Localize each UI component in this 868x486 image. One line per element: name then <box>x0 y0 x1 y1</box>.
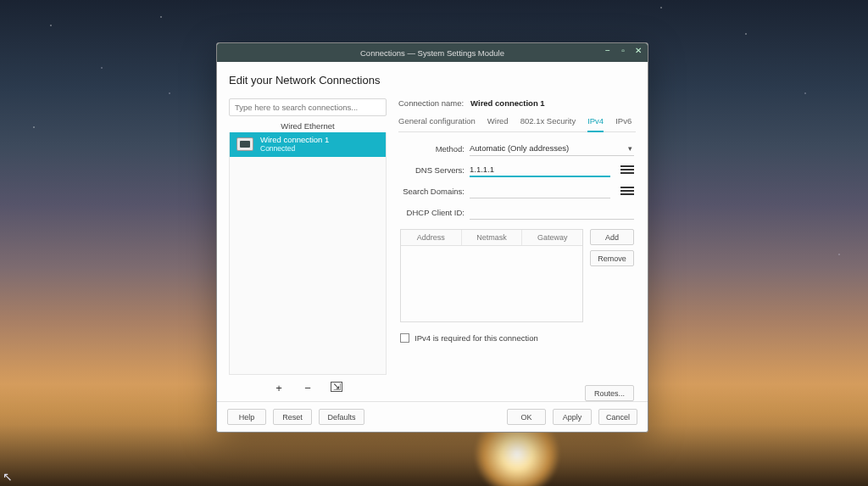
titlebar[interactable]: Connections — System Settings Module − ▫… <box>217 43 648 62</box>
routes-button[interactable]: Routes... <box>585 385 634 401</box>
connection-list[interactable]: Wired connection 1 Connected <box>229 132 387 375</box>
settings-window: Connections — System Settings Module − ▫… <box>216 42 648 433</box>
tab-wired[interactable]: Wired <box>487 113 509 131</box>
dhcp-client-field[interactable] <box>470 204 634 220</box>
dns-field[interactable] <box>470 162 610 177</box>
minimize-icon[interactable]: − <box>604 46 612 54</box>
ok-button[interactable]: OK <box>507 409 546 425</box>
method-dropdown[interactable]: Automatic (Only addresses) ▾ <box>470 141 634 156</box>
tab-ipv4[interactable]: IPv4 <box>587 113 604 132</box>
tab-general[interactable]: General configuration <box>398 113 476 131</box>
chevron-down-icon: ▾ <box>628 144 632 153</box>
ethernet-icon <box>236 137 253 151</box>
footer: Help Reset Defaults OK Apply Cancel <box>217 401 648 432</box>
add-connection-button[interactable]: + <box>273 382 285 394</box>
conn-name-value: Wired connection 1 <box>470 98 545 108</box>
add-address-button[interactable]: Add <box>590 229 634 245</box>
reset-button[interactable]: Reset <box>273 409 312 425</box>
search-domains-label: Search Domains: <box>400 187 465 196</box>
dhcp-client-label: DHCP Client ID: <box>400 208 465 217</box>
search-edit-button[interactable] <box>620 184 634 198</box>
window-title: Connections — System Settings Module <box>360 48 504 58</box>
connection-item[interactable]: Wired connection 1 Connected <box>230 132 386 157</box>
dns-label: DNS Servers: <box>400 165 465 175</box>
ipv4-required-checkbox[interactable] <box>400 333 409 343</box>
export-icon[interactable]: ⇲ <box>331 382 342 392</box>
col-address: Address <box>401 230 462 245</box>
method-label: Method: <box>400 144 465 154</box>
remove-connection-button[interactable]: − <box>302 382 314 394</box>
remove-address-button[interactable]: Remove <box>590 250 634 266</box>
addresses-table[interactable]: Address Netmask Gateway <box>400 229 583 322</box>
sidebar-section-label: Wired Ethernet <box>229 121 387 131</box>
defaults-button[interactable]: Defaults <box>319 409 364 425</box>
search-input[interactable] <box>229 98 387 116</box>
apply-button[interactable]: Apply <box>553 409 592 425</box>
tab-ipv6[interactable]: IPv6 <box>615 113 632 131</box>
connection-status: Connected <box>260 145 329 154</box>
dns-edit-button[interactable] <box>620 163 634 176</box>
page-title: Edit your Network Connections <box>229 72 636 90</box>
tabs: General configuration Wired 802.1x Secur… <box>398 113 636 132</box>
search-domains-field[interactable] <box>470 183 610 198</box>
col-gateway: Gateway <box>522 230 582 245</box>
method-value: Automatic (Only addresses) <box>470 143 569 153</box>
col-netmask: Netmask <box>462 230 523 245</box>
help-button[interactable]: Help <box>227 409 266 425</box>
ipv4-required-label: IPv4 is required for this connection <box>415 333 538 343</box>
close-icon[interactable]: ✕ <box>634 46 643 54</box>
cursor-icon: ↖ <box>3 470 13 483</box>
conn-name-label: Connection name: <box>398 98 464 108</box>
tab-8021x[interactable]: 802.1x Security <box>520 113 576 131</box>
maximize-icon[interactable]: ▫ <box>619 46 627 54</box>
cancel-button[interactable]: Cancel <box>598 409 637 425</box>
